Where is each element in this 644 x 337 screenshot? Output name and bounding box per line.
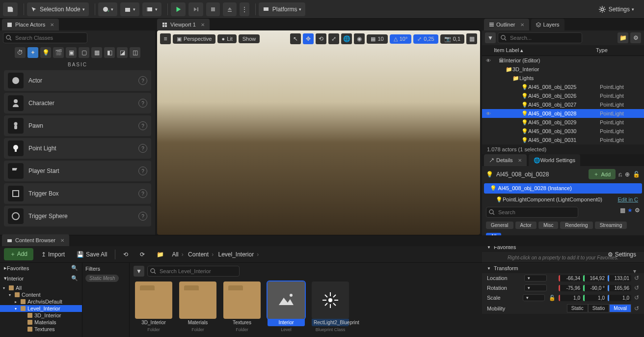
info-icon[interactable]: ? [138, 121, 147, 130]
add-component-button[interactable]: ＋ Add [589, 169, 616, 179]
lit-button[interactable]: ●Lit [217, 34, 236, 43]
geometry-icon[interactable]: ◧ [104, 47, 115, 58]
perspective-button[interactable]: ▣Perspective [173, 34, 215, 44]
close-icon[interactable]: ✕ [60, 238, 64, 243]
crumb-level[interactable]: Level_Interior [218, 251, 254, 258]
browse-icon[interactable]: ⎌ [618, 171, 622, 178]
project-header[interactable]: Interior [7, 276, 24, 281]
history-fwd-icon[interactable]: ⟳ [136, 249, 149, 260]
settings-button[interactable]: Settings ▾ [595, 2, 638, 16]
favorites-header[interactable]: Favorites [7, 265, 29, 271]
actor-item[interactable]: Character? [4, 93, 151, 113]
tree-selected[interactable]: ▾Level_Interior [0, 305, 82, 312]
search-icon[interactable]: 🔍 [71, 265, 78, 271]
select-tool-icon[interactable]: ↖ [290, 33, 301, 44]
close-icon[interactable]: ✕ [201, 22, 205, 28]
cinematics-button[interactable]: ▾ [142, 2, 161, 16]
tab-place-actors[interactable]: Place Actors ✕ [2, 19, 59, 30]
close-icon[interactable]: ✕ [518, 158, 522, 163]
visual-icon[interactable]: ▣ [66, 47, 77, 58]
selection-mode-button[interactable]: Selection Mode ▾ [27, 2, 89, 16]
search-classes-input[interactable] [3, 32, 87, 43]
info-icon[interactable]: ? [138, 76, 147, 85]
cb-save-all-button[interactable]: 💾 Save All [73, 249, 111, 260]
move-tool-icon[interactable]: ✥ [303, 33, 314, 44]
search-icon[interactable]: 🔍 [71, 275, 78, 281]
outliner-row-selected[interactable]: 👁💡 AI45_008_obj_0028PointLight [482, 109, 644, 118]
angle-snap-button[interactable]: △ 10° [390, 34, 412, 44]
scale-tool-icon[interactable]: ⤢ [328, 33, 339, 44]
crumb-all[interactable]: All [172, 251, 178, 258]
recent-icon[interactable]: ⏱ [15, 47, 26, 58]
filter-icon[interactable]: ▼ [134, 266, 144, 277]
info-icon[interactable]: ? [138, 144, 147, 153]
filter-chip-static-mesh[interactable]: Static Mesh [85, 275, 119, 282]
tab-outliner[interactable]: Outliner ✕ [484, 19, 529, 30]
chevron-down-icon[interactable]: ▾ [633, 268, 636, 275]
outliner-search-input[interactable] [498, 32, 582, 43]
cb-import-button[interactable]: ↥ Import [37, 249, 69, 260]
marketplace-button[interactable]: ▾ [120, 2, 139, 16]
lock-icon[interactable]: 🔓 [633, 171, 640, 178]
locate-icon[interactable]: ⊕ [625, 171, 630, 178]
add-content-button[interactable]: +▾ [98, 2, 117, 16]
basic-icon[interactable]: ✦ [27, 47, 38, 58]
eject-button[interactable] [223, 2, 237, 16]
tab-viewport[interactable]: Viewport 1 ✕ [157, 19, 210, 30]
crumb-content[interactable]: Content [188, 251, 209, 258]
info-icon[interactable]: ? [138, 99, 147, 108]
lights-icon[interactable]: 💡 [40, 47, 51, 58]
cb-search-input[interactable] [147, 266, 240, 277]
asset-folder[interactable]: MaterialsFolder [178, 281, 218, 335]
info-icon[interactable]: ? [138, 189, 147, 198]
viewport[interactable]: ≡ ▣Perspective ●Lit Show ↖ ✥ ⟲ ⤢ 🌐 ◉ ▦ 1… [157, 30, 480, 235]
component-row[interactable]: 💡 PointLightComponent (LightComponent0) … [482, 195, 644, 205]
asset-blueprint[interactable]: RectLight2_BlueprintBlueprint Class [310, 281, 350, 335]
filter-streaming[interactable]: Streaming [595, 222, 627, 229]
other1-icon[interactable]: ◪ [117, 47, 128, 58]
surface-snap-icon[interactable]: ◉ [354, 33, 365, 44]
history-back-icon[interactable]: ⟲ [119, 249, 132, 260]
actor-item[interactable]: Point Light? [4, 138, 151, 159]
column-type[interactable]: Type [596, 47, 640, 54]
new-folder-icon[interactable]: 📁 [617, 32, 628, 43]
world-local-icon[interactable]: 🌐 [341, 33, 352, 44]
close-icon[interactable]: ✕ [50, 22, 54, 28]
other2-icon[interactable]: ◫ [130, 47, 140, 58]
cb-add-button[interactable]: ＋ Add [4, 248, 33, 260]
filter-general[interactable]: General [486, 222, 513, 229]
asset-level[interactable]: InteriorLevel [266, 281, 306, 335]
column-item-label[interactable]: Item Label ▴ [494, 47, 596, 54]
cinematic-icon[interactable]: 🎬 [53, 47, 64, 58]
actor-item[interactable]: Player Start? [4, 161, 151, 181]
rotate-tool-icon[interactable]: ⟲ [316, 33, 326, 44]
edit-in-c-link[interactable]: Edit in C [617, 197, 638, 203]
actor-item[interactable]: Actor? [4, 70, 151, 91]
info-icon[interactable]: ? [138, 212, 147, 221]
filter-actor[interactable]: Actor [515, 222, 537, 229]
close-icon[interactable]: ✕ [520, 22, 524, 28]
tab-layers[interactable]: Layers [531, 19, 564, 30]
tab-content-browser[interactable]: Content Browser ✕ [2, 234, 69, 246]
info-icon[interactable]: ? [138, 167, 147, 175]
platforms-button[interactable]: Platforms ▾ [259, 2, 306, 16]
step-button[interactable] [188, 2, 203, 16]
scale-snap-button[interactable]: ⤢ 0,25 [413, 34, 438, 44]
cb-settings-button[interactable]: ⚙ Settings [604, 249, 640, 260]
camera-speed-button[interactable]: 📷 0,1 [440, 34, 464, 44]
all-icon[interactable]: ▦ [91, 47, 102, 58]
actor-item[interactable]: Trigger Box? [4, 183, 151, 204]
save-icon[interactable] [3, 2, 18, 16]
stop-button[interactable] [206, 2, 220, 16]
asset-folder[interactable]: TexturesFolder [222, 281, 262, 335]
gear-icon[interactable]: ⚙ [635, 207, 640, 218]
play-options-button[interactable]: ⋮ [240, 2, 249, 16]
star-icon[interactable]: ★ [627, 207, 633, 218]
show-button[interactable]: Show [239, 34, 260, 43]
filter-rendering[interactable]: Rendering [560, 222, 592, 229]
instance-row[interactable]: 💡 AI45_008_obj_0028 (Instance) [484, 183, 642, 194]
viewport-menu-icon[interactable]: ≡ [160, 33, 171, 44]
details-search-input[interactable] [486, 207, 578, 218]
volumes-icon[interactable]: ▢ [79, 47, 89, 58]
folder-icon[interactable]: 📁 [153, 249, 168, 260]
